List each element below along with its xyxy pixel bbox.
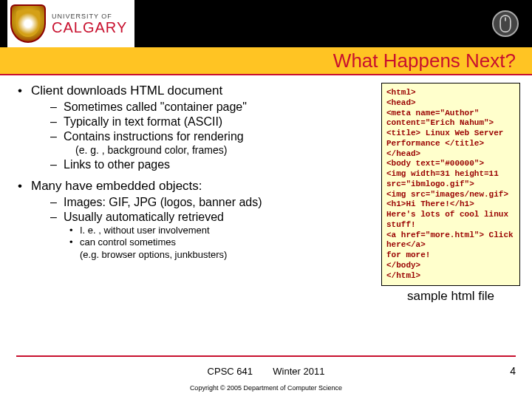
bullet-2: •Many have embedded objects: — [18, 178, 377, 194]
bullet-1-sub-3: –Contains instructions for rendering — [50, 129, 377, 144]
bullet-2-sub-2: –Usually automatically retrieved — [50, 210, 377, 225]
bullet-1-sub-3-note: (e. g. , background color, frames) — [75, 144, 377, 157]
bullet-1-sub-4: –Links to other pages — [50, 157, 377, 172]
bullet-2-sub-2b-note: (e.g. browser options, junkbusters) — [80, 249, 377, 261]
bullet-2-text: Many have embedded objects: — [31, 178, 202, 194]
header-bar: UNIVERSITY OF CALGARY — [0, 0, 532, 47]
bullet-1: •Client downloads HTML document — [18, 83, 377, 98]
sample-label: sample html file — [381, 289, 520, 304]
university-logo: UNIVERSITY OF CALGARY — [7, 0, 134, 47]
bullet-list: •Client downloads HTML document –Sometim… — [18, 83, 377, 304]
university-name: CALGARY — [52, 20, 127, 35]
bullet-1-sub-2: –Typically in text format (ASCII) — [50, 115, 377, 129]
term-label: Winter 2011 — [273, 366, 324, 377]
university-text: UNIVERSITY OF CALGARY — [52, 13, 127, 35]
course-code: CPSC 641 — [208, 366, 253, 377]
footer-rule — [16, 355, 516, 357]
code-panel: <html> <head> <meta name="Author" conten… — [381, 83, 520, 304]
title-bar: What Happens Next? — [0, 47, 532, 74]
page-number: 4 — [510, 365, 516, 377]
bullet-1-text: Client downloads HTML document — [31, 83, 222, 98]
bullet-2-sub-2b: •can control sometimes — [69, 236, 377, 248]
footer: CPSC 641 Winter 2011 — [0, 366, 532, 377]
bullet-1-sub-1: –Sometimes called "container page" — [50, 100, 377, 115]
slide-title: What Happens Next? — [333, 50, 516, 72]
copyright: Copyright © 2005 Department of Computer … — [0, 384, 532, 392]
content-area: •Client downloads HTML document –Sometim… — [0, 75, 532, 304]
bullet-2-sub-1: –Images: GIF, JPG (logos, banner ads) — [50, 195, 377, 210]
html-code-sample: <html> <head> <meta name="Author" conten… — [381, 83, 520, 286]
crest-icon — [10, 4, 46, 43]
mouse-icon — [492, 10, 519, 37]
bullet-2-sub-2a: •I. e. , without user involvement — [69, 225, 377, 236]
